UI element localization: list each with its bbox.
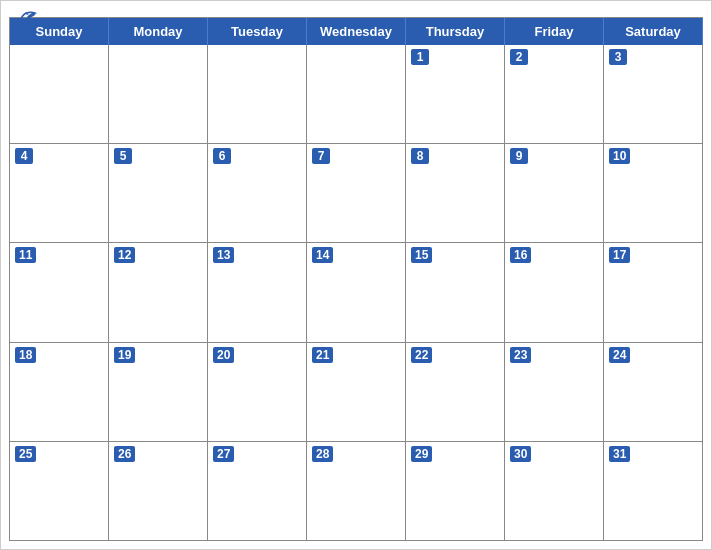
day-cell-11: 11: [10, 243, 109, 341]
day-number: 15: [411, 247, 432, 263]
day-number: 7: [312, 148, 330, 164]
day-number: 13: [213, 247, 234, 263]
day-cell-15: 15: [406, 243, 505, 341]
day-number: 19: [114, 347, 135, 363]
day-number: 30: [510, 446, 531, 462]
day-cell-empty: [307, 45, 406, 143]
day-number: 22: [411, 347, 432, 363]
day-cell-31: 31: [604, 442, 703, 540]
day-cell-17: 17: [604, 243, 703, 341]
day-cell-9: 9: [505, 144, 604, 242]
day-cell-20: 20: [208, 343, 307, 441]
day-cell-16: 16: [505, 243, 604, 341]
calendar-weeks: 1234567891011121314151617181920212223242…: [10, 45, 703, 541]
day-number: 21: [312, 347, 333, 363]
logo-area: [17, 9, 37, 23]
week-row-3: 11121314151617: [10, 243, 703, 342]
day-number: 5: [114, 148, 132, 164]
day-number: 28: [312, 446, 333, 462]
day-cell-7: 7: [307, 144, 406, 242]
day-number: 18: [15, 347, 36, 363]
day-number: 8: [411, 148, 429, 164]
day-cell-13: 13: [208, 243, 307, 341]
day-cell-14: 14: [307, 243, 406, 341]
week-row-4: 18192021222324: [10, 343, 703, 442]
day-cell-18: 18: [10, 343, 109, 441]
day-cell-24: 24: [604, 343, 703, 441]
day-cell-23: 23: [505, 343, 604, 441]
day-cell-27: 27: [208, 442, 307, 540]
day-number: 29: [411, 446, 432, 462]
logo-blue: [17, 9, 37, 23]
calendar-grid: SundayMondayTuesdayWednesdayThursdayFrid…: [9, 17, 703, 541]
logo-bird-icon: [19, 9, 37, 23]
day-cell-22: 22: [406, 343, 505, 441]
day-number: 10: [609, 148, 630, 164]
day-number: 4: [15, 148, 33, 164]
day-number: 14: [312, 247, 333, 263]
day-number: 1: [411, 49, 429, 65]
day-number: 24: [609, 347, 630, 363]
day-cell-empty: [208, 45, 307, 143]
day-cell-25: 25: [10, 442, 109, 540]
day-cell-28: 28: [307, 442, 406, 540]
day-cell-19: 19: [109, 343, 208, 441]
calendar-header: [1, 1, 711, 17]
calendar-container: SundayMondayTuesdayWednesdayThursdayFrid…: [0, 0, 712, 550]
day-number: 17: [609, 247, 630, 263]
day-cell-5: 5: [109, 144, 208, 242]
day-cell-12: 12: [109, 243, 208, 341]
day-cell-29: 29: [406, 442, 505, 540]
week-row-5: 25262728293031: [10, 442, 703, 541]
day-header-friday: Friday: [505, 18, 604, 45]
day-number: 25: [15, 446, 36, 462]
day-number: 11: [15, 247, 36, 263]
day-header-saturday: Saturday: [604, 18, 703, 45]
day-cell-4: 4: [10, 144, 109, 242]
day-header-thursday: Thursday: [406, 18, 505, 45]
day-number: 27: [213, 446, 234, 462]
day-number: 20: [213, 347, 234, 363]
week-row-2: 45678910: [10, 144, 703, 243]
week-row-1: 123: [10, 45, 703, 144]
day-number: 23: [510, 347, 531, 363]
day-cell-26: 26: [109, 442, 208, 540]
day-number: 31: [609, 446, 630, 462]
day-number: 9: [510, 148, 528, 164]
day-cell-10: 10: [604, 144, 703, 242]
day-cell-1: 1: [406, 45, 505, 143]
day-cell-3: 3: [604, 45, 703, 143]
day-cell-empty: [109, 45, 208, 143]
day-number: 6: [213, 148, 231, 164]
day-header-wednesday: Wednesday: [307, 18, 406, 45]
day-cell-8: 8: [406, 144, 505, 242]
day-header-tuesday: Tuesday: [208, 18, 307, 45]
day-header-monday: Monday: [109, 18, 208, 45]
day-number: 26: [114, 446, 135, 462]
day-cell-30: 30: [505, 442, 604, 540]
day-number: 12: [114, 247, 135, 263]
day-number: 3: [609, 49, 627, 65]
day-cell-6: 6: [208, 144, 307, 242]
day-headers: SundayMondayTuesdayWednesdayThursdayFrid…: [10, 18, 703, 45]
day-number: 2: [510, 49, 528, 65]
day-cell-21: 21: [307, 343, 406, 441]
day-cell-empty: [10, 45, 109, 143]
day-cell-2: 2: [505, 45, 604, 143]
day-number: 16: [510, 247, 531, 263]
